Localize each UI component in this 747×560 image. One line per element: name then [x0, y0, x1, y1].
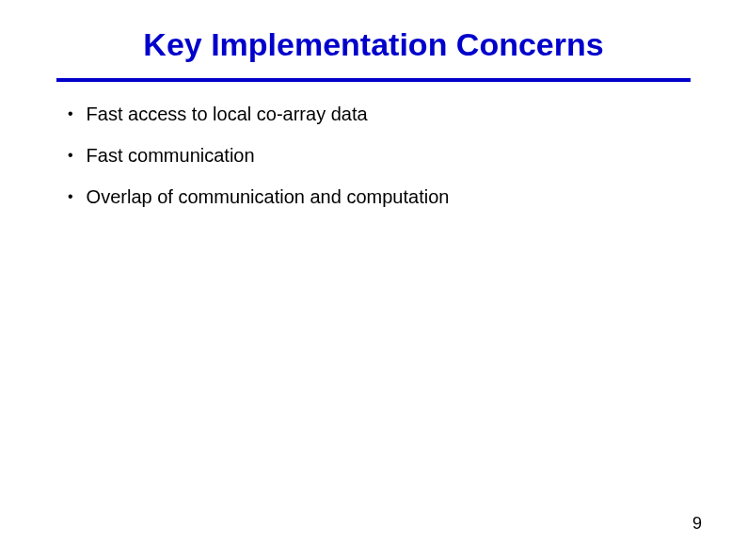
slide-container: Key Implementation Concerns • Fast acces… — [0, 0, 747, 560]
bullet-text: Overlap of communication and computation — [87, 185, 450, 208]
list-item: • Overlap of communication and computati… — [68, 185, 691, 208]
bullet-text: Fast access to local co-array data — [87, 103, 368, 125]
list-item: • Fast communication — [68, 144, 691, 167]
bullet-marker: • — [68, 144, 73, 167]
bullet-text: Fast communication — [87, 144, 255, 167]
bullet-marker: • — [68, 185, 73, 208]
slide-content: • Fast access to local co-array data • F… — [68, 103, 691, 208]
title-divider — [56, 78, 691, 82]
list-item: • Fast access to local co-array data — [68, 103, 691, 125]
slide-title: Key Implementation Concerns — [56, 0, 691, 74]
page-number: 9 — [692, 514, 702, 534]
bullet-marker: • — [68, 103, 73, 125]
